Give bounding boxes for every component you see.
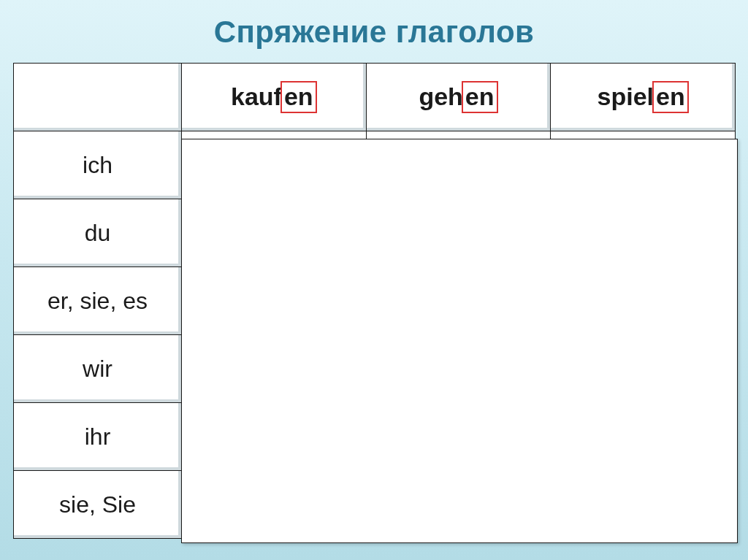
verb-header-gehen: gehen (366, 64, 551, 131)
verb-header-kaufen: kaufen (182, 64, 367, 131)
verb-stem: geh (419, 83, 462, 110)
pronoun-label: wir (14, 335, 182, 403)
page-title: Спряжение глаголов (0, 15, 748, 50)
verb-ending: en (652, 81, 689, 112)
verb-stem: kauf (231, 83, 282, 110)
pronoun-label: du (14, 199, 182, 267)
pronoun-label: sie, Sie (14, 471, 182, 539)
header-row: kaufen gehen spielen (14, 64, 736, 131)
slide: Спряжение глаголов kaufen gehen (0, 0, 748, 560)
pronoun-label: ihr (14, 403, 182, 471)
pronoun-label: er, sie, es (14, 267, 182, 335)
verb-header-spielen: spielen (551, 64, 736, 131)
pronoun-label: ich (14, 131, 182, 199)
verb-ending: en (462, 81, 498, 112)
verb-ending: en (280, 81, 317, 112)
header-blank-cell (14, 64, 182, 131)
verb-stem: spiel (598, 83, 654, 110)
blank-overlay-panel (181, 139, 738, 543)
